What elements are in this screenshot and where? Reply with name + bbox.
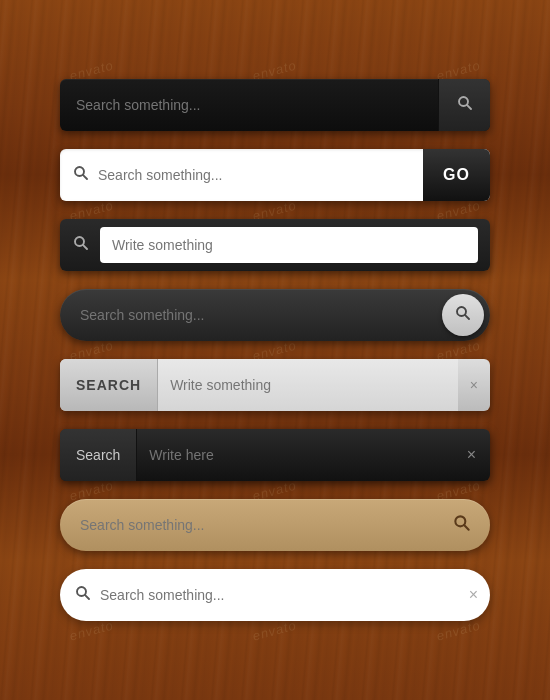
search-label-6: Search xyxy=(60,429,137,481)
search-icon-4 xyxy=(454,304,472,327)
search-widgets-container: GO xyxy=(60,79,490,621)
search-input-5[interactable] xyxy=(158,359,458,411)
search-bar-3 xyxy=(60,219,490,271)
search-input-1[interactable] xyxy=(76,97,438,113)
search-icon-8 xyxy=(74,584,92,607)
search-icon-7 xyxy=(442,513,482,538)
search-label-5: SEARCH xyxy=(60,359,158,411)
search-icon-1 xyxy=(456,94,474,117)
search-input-4[interactable] xyxy=(80,307,442,323)
svg-line-7 xyxy=(465,314,469,318)
search-input-8[interactable] xyxy=(100,587,469,603)
search-bar-6: Search × xyxy=(60,429,490,481)
search-bar-2: GO xyxy=(60,149,490,201)
svg-line-11 xyxy=(85,594,89,598)
background: envato envato envato envato envato envat… xyxy=(0,0,550,700)
search-icon-3 xyxy=(72,234,90,257)
search-icon-2 xyxy=(72,164,90,187)
search-bar-1 xyxy=(60,79,490,131)
svg-line-9 xyxy=(464,525,469,530)
search-bar-5: SEARCH × xyxy=(60,359,490,411)
clear-button-8[interactable]: × xyxy=(469,586,478,604)
clear-button-6[interactable]: × xyxy=(453,446,490,464)
search-bar-4 xyxy=(60,289,490,341)
svg-line-1 xyxy=(466,104,470,108)
search-bar-7 xyxy=(60,499,490,551)
search-button-1[interactable] xyxy=(438,79,490,131)
svg-line-5 xyxy=(83,244,87,248)
go-button[interactable]: GO xyxy=(423,149,490,201)
search-input-3[interactable] xyxy=(100,227,478,263)
clear-button-5[interactable]: × xyxy=(458,377,490,393)
svg-line-3 xyxy=(83,174,87,178)
search-input-6[interactable] xyxy=(137,447,452,463)
search-input-7[interactable] xyxy=(80,517,442,533)
search-input-2[interactable] xyxy=(98,167,423,183)
search-button-4[interactable] xyxy=(442,294,484,336)
search-bar-8: × xyxy=(60,569,490,621)
